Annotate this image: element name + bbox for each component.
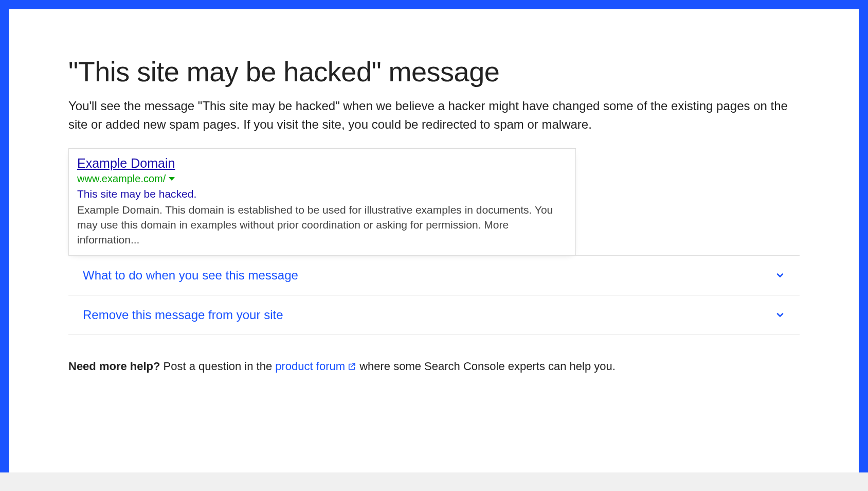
product-forum-link[interactable]: product forum [275, 360, 356, 373]
need-more-help-line: Need more help? Post a question in the p… [68, 360, 800, 374]
search-result-url: www.example.com/ [77, 173, 166, 185]
accordion-what-to-do[interactable]: What to do when you see this message [68, 255, 800, 295]
intro-paragraph: You'll see the message "This site may be… [68, 97, 800, 134]
product-forum-link-text: product forum [275, 360, 345, 373]
page-highlight-frame: "This site may be hacked" message You'll… [0, 0, 868, 472]
accordion-title: What to do when you see this message [83, 268, 298, 283]
page-title: "This site may be hacked" message [68, 56, 800, 87]
search-result-description: Example Domain. This domain is establish… [77, 202, 567, 248]
search-result-url-row: www.example.com/ [77, 173, 567, 185]
article-card: "This site may be hacked" message You'll… [9, 9, 859, 472]
chevron-down-icon [775, 270, 785, 280]
caret-down-icon[interactable] [169, 177, 175, 181]
search-result-example: Example Domain www.example.com/ This sit… [68, 148, 576, 255]
accordion-remove-message[interactable]: Remove this message from your site [68, 295, 800, 335]
accordion-title: Remove this message from your site [83, 308, 283, 322]
search-result-hacked-warning: This site may be hacked. [77, 188, 567, 200]
help-suffix-text: where some Search Console experts can he… [356, 360, 616, 373]
external-link-icon [347, 361, 356, 374]
help-bold-label: Need more help? [68, 360, 160, 373]
search-result-title-link[interactable]: Example Domain [77, 155, 175, 172]
chevron-down-icon [775, 310, 785, 320]
help-prefix-text: Post a question in the [160, 360, 275, 373]
